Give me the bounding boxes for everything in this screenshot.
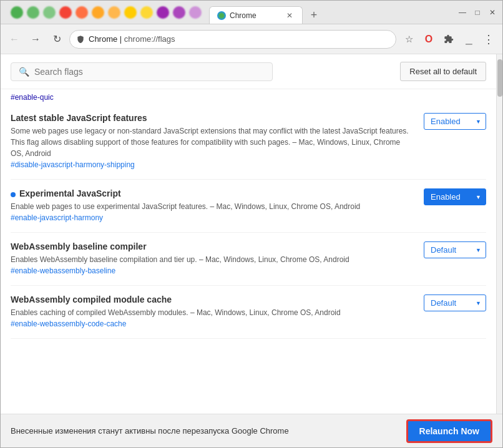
account-button[interactable]: ⎯ <box>460 31 477 48</box>
bottom-message: Внесенные изменения станут активны после… <box>11 426 289 436</box>
minimize-button[interactable]: — <box>457 7 467 17</box>
flag-dot-indicator <box>11 192 16 197</box>
maximize-button[interactable]: □ <box>472 7 482 17</box>
dot-indicator <box>43 6 56 19</box>
flag-desc: Enables caching of compiled WebAssembly … <box>11 307 414 329</box>
flag-desc: Enables WebAssembly baseline compilation… <box>11 254 414 276</box>
flag-info: WebAssembly compiled module cache Enable… <box>11 295 414 332</box>
flags-header: 🔍 Reset all to default <box>1 54 496 89</box>
flag-name: Latest stable JavaScript features <box>11 113 414 123</box>
refresh-button[interactable]: ↻ <box>48 31 66 48</box>
reset-all-button[interactable]: Reset all to default <box>400 62 486 81</box>
search-input[interactable] <box>34 67 265 77</box>
flag-dropdown[interactable]: Enabled Default Disabled <box>424 188 486 205</box>
back-button[interactable]: ← <box>6 31 23 48</box>
flag-control[interactable]: Default Enabled Disabled <box>424 241 486 258</box>
flag-info: Latest stable JavaScript features Some w… <box>11 113 414 173</box>
address-bar[interactable]: Chrome | chrome://flags <box>69 30 396 49</box>
flag-name: WebAssembly compiled module cache <box>11 295 414 304</box>
relaunch-button[interactable]: Relaunch Now <box>406 419 492 443</box>
new-tab-button[interactable]: + <box>305 6 323 24</box>
dot-indicator <box>189 6 202 19</box>
navigation-toolbar: ← → ↻ Chrome | chrome://flags ☆ O ⎯ ⋮ <box>1 24 502 54</box>
toolbar-actions: ☆ O ⎯ ⋮ <box>400 31 497 48</box>
flag-desc: Enable web pages to use experimental Jav… <box>11 201 414 223</box>
flag-name: Experimental JavaScript <box>11 188 414 198</box>
flag-anchor-link[interactable]: #enable-javascript-harmony <box>11 213 103 222</box>
flag-item: WebAssembly compiled module cache Enable… <box>11 286 486 339</box>
security-icon <box>76 35 85 44</box>
bottom-bar: Внесенные изменения станут активны после… <box>1 414 502 447</box>
dot-indicator <box>124 6 137 19</box>
content-area: 🔍 Reset all to default #enable-quic Late… <box>1 54 502 414</box>
flag-info: WebAssembly baseline compiler Enables We… <box>11 241 414 279</box>
active-tab[interactable]: Chrome ✕ <box>209 6 303 24</box>
search-icon: 🔍 <box>19 67 29 77</box>
flag-anchor-link[interactable]: #disable-javascript-harmony-shipping <box>11 160 135 169</box>
scrollbar[interactable] <box>496 54 502 414</box>
flag-desc: Some web pages use legacy or non-standar… <box>11 125 414 170</box>
dot-indicator <box>173 6 185 19</box>
flag-dropdown[interactable]: Enabled Default Disabled <box>424 113 486 130</box>
dot-indicator <box>92 6 104 19</box>
dot-indicator <box>11 6 23 19</box>
scrollbar-thumb[interactable] <box>497 59 502 97</box>
window-controls: — □ ✕ <box>457 7 497 17</box>
dot-indicator <box>59 6 72 19</box>
dot-bar <box>6 4 207 21</box>
forward-button[interactable]: → <box>27 31 44 48</box>
flag-control[interactable]: Enabled Default Disabled <box>424 188 486 205</box>
tab-title: Chrome <box>230 11 281 20</box>
flag-item: WebAssembly baseline compiler Enables We… <box>11 233 486 286</box>
window-frame: Chrome ✕ + — □ ✕ ← → ↻ Chrome | chrome:/… <box>0 0 503 448</box>
flag-dropdown-wrapper: Enabled Default Disabled <box>424 113 486 130</box>
flag-anchor-link[interactable]: #enable-webassembly-baseline <box>11 266 115 275</box>
flag-control[interactable]: Default Enabled Disabled <box>424 295 486 311</box>
bookmark-button[interactable]: ☆ <box>400 31 418 48</box>
flag-item: Latest stable JavaScript features Some w… <box>11 104 486 180</box>
dot-indicator <box>76 6 88 19</box>
title-bar: Chrome ✕ + — □ ✕ <box>1 1 502 24</box>
quick-link[interactable]: #enable-quic <box>11 89 486 104</box>
address-text: Chrome | chrome://flags <box>89 34 389 44</box>
tab-close-button[interactable]: ✕ <box>285 11 295 21</box>
tab-favicon <box>217 11 226 20</box>
dot-indicator <box>140 6 153 19</box>
flag-anchor-link[interactable]: #enable-webassembly-code-cache <box>11 319 126 328</box>
menu-button[interactable]: ⋮ <box>480 31 497 48</box>
flag-dropdown-wrapper: Enabled Default Disabled <box>424 188 486 205</box>
flags-list: #enable-quic Latest stable JavaScript fe… <box>1 89 496 376</box>
flag-dropdown[interactable]: Default Enabled Disabled <box>424 241 486 258</box>
close-button[interactable]: ✕ <box>487 7 497 17</box>
flag-dropdown[interactable]: Default Enabled Disabled <box>424 295 486 311</box>
extension-button[interactable] <box>440 31 457 48</box>
flag-item: Experimental JavaScript Enable web pages… <box>11 180 486 233</box>
flag-dropdown-wrapper: Default Enabled Disabled <box>424 295 486 311</box>
tab-strip: Chrome ✕ + <box>209 1 455 24</box>
flag-info: Experimental JavaScript Enable web pages… <box>11 188 414 226</box>
opera-button[interactable]: O <box>420 31 437 48</box>
flag-name: WebAssembly baseline compiler <box>11 241 414 251</box>
flag-dropdown-wrapper: Default Enabled Disabled <box>424 241 486 258</box>
bottom-spacer <box>11 339 486 376</box>
dot-indicator <box>157 6 169 19</box>
page-content[interactable]: 🔍 Reset all to default #enable-quic Late… <box>1 54 496 414</box>
search-box[interactable]: 🔍 <box>11 62 273 81</box>
dot-indicator <box>108 6 120 19</box>
flag-control[interactable]: Enabled Default Disabled <box>424 113 486 130</box>
dot-indicator <box>27 6 39 19</box>
